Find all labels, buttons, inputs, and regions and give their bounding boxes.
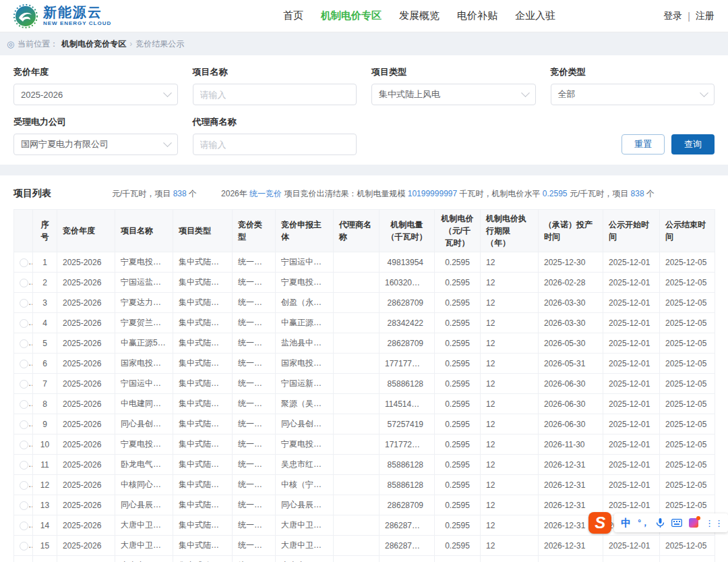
cell-seq: 1 (33, 252, 57, 273)
cell-project-name: 大唐中卫云基... (115, 515, 173, 536)
cell-bid-type: 统一竞价 (233, 354, 276, 374)
row-radio[interactable] (20, 339, 28, 348)
row-radio[interactable] (20, 299, 28, 308)
cell-price: 0.2595 (435, 354, 481, 374)
cell-seq: 3 (33, 293, 57, 313)
row-radio[interactable] (20, 441, 28, 449)
table-row: 2 2025-2026 宁国运盐池高... 集中式陆上风电 统一竞价 宁夏电投盐… (14, 273, 715, 293)
cell-price: 0.2595 (435, 455, 481, 475)
cell-project-name: 大唐中卫云基... (115, 536, 173, 556)
select-value: 2025-2026 (21, 90, 63, 100)
table-row: 7 2025-2026 宁国运中宁徐... 集中式陆上风电 统一竞价 宁国运新能… (14, 374, 715, 394)
chevron-down-icon (163, 138, 172, 147)
cell-project-type: 集中式陆上风电 (173, 374, 233, 394)
cell-term: 12 (481, 374, 539, 394)
cell-seq: 2 (33, 273, 57, 293)
cell-bid-type: 统一竞价 (233, 556, 276, 562)
row-radio[interactable] (20, 461, 28, 470)
cell-declare-subject: 大唐中卫新能... (276, 536, 334, 556)
row-radio[interactable] (20, 501, 28, 510)
cell-year: 2025-2026 (57, 394, 115, 414)
cell-year: 2025-2026 (57, 434, 115, 455)
table-row: 5 2025-2026 中赢正源5万千... 集中式陆上风电 统一竞价 盐池县中… (14, 333, 715, 354)
cell-publicity-start: 2025-12-01 (603, 374, 660, 394)
row-radio[interactable] (20, 400, 28, 409)
nav-item-home[interactable]: 首页 (283, 9, 303, 22)
cell-project-type: 集中式陆上风电 (173, 455, 233, 475)
cell-bid-type: 统一竞价 (233, 414, 276, 434)
row-radio[interactable] (20, 542, 28, 551)
row-radio[interactable] (20, 420, 28, 429)
filter-power-company: 受理电力公司 国网宁夏电力有限公司 (13, 112, 178, 155)
cell-year: 2025-2026 (57, 455, 115, 475)
login-link[interactable]: 登录 (663, 10, 682, 22)
project-type-select[interactable]: 集中式陆上风电 (371, 84, 536, 105)
auth-divider: | (688, 11, 690, 22)
cell-agent-name (334, 333, 380, 354)
row-radio[interactable] (20, 279, 28, 287)
cell-publicity-end: 2025-12-05 (660, 374, 715, 394)
row-radio[interactable] (20, 258, 28, 267)
cell-bid-type: 统一竞价 (233, 394, 276, 414)
nav-item-mechanism-price[interactable]: 机制电价专区 (321, 9, 382, 22)
cell-energy: 286287093 (380, 556, 435, 562)
filter-label: 受理电力公司 (13, 116, 178, 128)
cell-bid-type: 统一竞价 (233, 293, 276, 313)
filter-label: 项目类型 (371, 66, 536, 78)
reset-button[interactable]: 重置 (621, 134, 665, 154)
cell-seq: 4 (33, 313, 57, 333)
row-radio[interactable] (20, 360, 28, 368)
bidding-year-select[interactable]: 2025-2026 (13, 84, 178, 105)
row-radio[interactable] (20, 319, 28, 328)
more-options-icon[interactable]: ⋮⋮ (705, 518, 724, 528)
cell-project-type: 集中式陆上风电 (173, 495, 233, 515)
cell-agent-name (334, 354, 380, 374)
ime-language-toggle[interactable]: 中 (621, 517, 631, 530)
cell-declare-subject: 同心县辰辉新... (276, 495, 334, 515)
skin-icon[interactable] (689, 518, 698, 528)
keyboard-icon[interactable] (671, 519, 682, 527)
cell-agent-name (334, 374, 380, 394)
cell-agent-name (334, 455, 380, 475)
cell-commission-date: 2026-12-31 (539, 556, 603, 562)
chevron-down-icon (521, 88, 530, 97)
bid-type-select[interactable]: 全部 (551, 84, 715, 105)
nav-item-enterprise-entry[interactable]: 企业入驻 (515, 9, 555, 22)
power-company-select[interactable]: 国网宁夏电力有限公司 (13, 134, 178, 155)
cell-agent-name (334, 434, 380, 455)
breadcrumb-section[interactable]: 机制电价竞价专区 (61, 38, 126, 50)
brand-logo-group[interactable]: 新能源云 NEW ENERGY CLOUD (13, 4, 111, 28)
cell-price: 0.2595 (435, 536, 481, 556)
row-radio[interactable] (20, 380, 28, 389)
auth-links: 登录 | 注册 (663, 10, 715, 22)
project-name-input[interactable] (200, 90, 350, 100)
cell-price: 0.2595 (435, 313, 481, 333)
sogou-logo-icon[interactable]: S (588, 512, 611, 534)
cell-year: 2025-2026 (57, 475, 115, 495)
agent-name-input[interactable] (200, 140, 350, 150)
cell-year: 2025-2026 (57, 536, 115, 556)
chevron-down-icon (163, 88, 172, 97)
cell-project-name: 宁夏达力斯发... (115, 293, 173, 313)
nav-item-price-subsidy[interactable]: 电价补贴 (457, 9, 497, 22)
cell-seq: 15 (33, 536, 57, 556)
row-radio[interactable] (20, 481, 28, 490)
cell-commission-date: 2026-03-30 (539, 313, 603, 333)
cell-publicity-end: 2025-12-05 (660, 414, 715, 434)
microphone-icon[interactable] (656, 518, 665, 528)
chevron-down-icon (700, 88, 708, 97)
breadcrumb-prefix: 当前位置： (18, 38, 58, 50)
cell-year: 2025-2026 (57, 515, 115, 536)
query-button[interactable]: 查询 (671, 134, 715, 154)
cell-publicity-end: 2025-12-05 (660, 252, 715, 273)
brand-subtitle: NEW ENERGY CLOUD (43, 21, 111, 26)
register-link[interactable]: 注册 (696, 10, 715, 22)
cell-commission-date: 2026-06-30 (539, 374, 603, 394)
cell-publicity-end: 2025-12-05 (660, 333, 715, 354)
nav-item-development-overview[interactable]: 发展概览 (399, 9, 439, 22)
filter-label: 代理商名称 (193, 116, 357, 128)
cell-publicity-start: 2025-12-01 (603, 556, 660, 562)
row-radio[interactable] (20, 522, 28, 530)
cell-energy: 49813954 (380, 252, 435, 273)
ime-punctuation-toggle[interactable]: °， (638, 517, 649, 529)
